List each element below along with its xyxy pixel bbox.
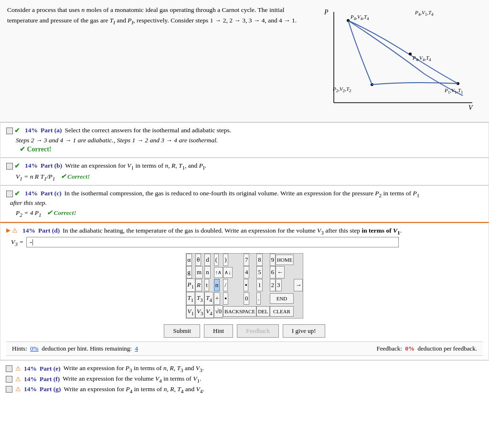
key-6[interactable]: 6 [270,266,276,278]
keyboard-row-5: V1 V3 V4 √0 BACKSPACE DEL CLEAR [186,305,303,319]
key-theta[interactable]: θ [195,254,201,266]
keyboard-row-3: P1 R t n / ▪ 1 2 3 → [186,278,303,292]
part-b-percent: 14% [25,162,38,170]
give-up-button[interactable]: I give up! [283,324,325,338]
key-superscript[interactable]: ↑∧ [214,267,223,278]
key-v3[interactable]: V3 [195,305,204,319]
hints-count: 4 [135,345,138,352]
key-del[interactable]: DEL [256,306,269,317]
part-c-section: ✔ 14% Part (c) In the isothermal compres… [0,185,489,222]
part-f-row: ⚠ 14% Part (f) Write an expression for t… [6,375,483,384]
problem-text: Consider a process that uses n moles of … [7,5,310,117]
part-d-header: ▶ ⚠ 14% Part (d) In the adiabatic heatin… [6,227,483,235]
part-c-header: ✔ 14% Part (c) In the isothermal compres… [6,190,483,198]
hints-text: deduction per hint. Hints remaining: [42,345,132,352]
key-t1[interactable]: T1 [186,292,195,305]
part-b-question: Write an expression for V1 in terms of n… [65,162,483,171]
part-a-section: ✔ 14% Part (a) Select the correct answer… [0,122,489,158]
key-4[interactable]: 4 [244,266,250,278]
part-c-icon-square [6,191,13,197]
part-d-answer-label: V3 = [11,238,23,247]
key-t4[interactable]: T4 [204,292,213,305]
key-5[interactable]: 5 [256,266,263,278]
key-backspace[interactable]: ← [276,266,285,278]
feedback-text: deduction per feedback. [417,345,477,352]
key-subscript[interactable]: ∧↓ [223,267,233,278]
key-7[interactable]: 7 [244,254,250,266]
part-a-icon-square [6,128,13,134]
submit-button[interactable]: Submit [164,324,200,338]
diagram-container: P V P4,V4,T4 P4,V1,T4 P4,V4,T4 P2,V2,T2 [310,5,482,117]
part-a-name: Part (a) [41,127,62,134]
key-home[interactable]: HOME [276,255,294,265]
key-t3[interactable]: T3 [195,292,204,305]
key-9[interactable]: 9 [270,254,276,266]
label-p1v1t1: P1,V1,T1 [444,87,463,95]
key-close-paren[interactable]: ) [223,254,228,266]
key-0[interactable]: 0 [244,292,250,305]
key-v1[interactable]: V1 [186,305,195,319]
part-d-answer-input[interactable] [26,237,399,247]
key-p1[interactable]: P1 [186,278,195,292]
key-1[interactable]: 1 [256,279,263,291]
part-f-warning: ⚠ [15,375,21,383]
feedback-button[interactable]: Feedback [237,324,279,338]
bottom-parts: ⚠ 14% Part (e) Write an expression for P… [0,360,489,399]
key-sqrt[interactable]: √0 [214,305,223,318]
part-d-question: In the adiabatic heating, the temperatur… [63,227,483,235]
key-m[interactable]: m [195,266,203,278]
part-a-correct: ✔ Correct! [20,146,52,153]
v-axis-label: V [468,104,473,111]
keyboard-container: α θ d ( ) 7 8 9 HOME g m n ↑∧ ∧↓ 4 5 6 ← [139,253,350,319]
label-p4v4t4-mid: P4,V4,T4 [412,55,431,62]
key-n[interactable]: n [204,266,211,278]
key-alpha[interactable]: α [186,254,192,266]
part-d-percent: 14% [22,227,35,235]
key-open-paren[interactable]: ( [214,254,219,266]
key-2[interactable]: 2 [270,279,276,291]
part-d-warning-icon: ⚠ [12,227,18,235]
hints-count-link[interactable]: 4 [135,345,138,352]
part-e-label: Part (e) [40,365,61,373]
key-clear[interactable]: CLEAR [270,306,294,317]
hints-percent-link[interactable]: 0% [30,345,38,352]
part-a-icons: ✔ [6,127,20,135]
key-n-highlighted[interactable]: n [214,279,220,291]
problem-line1: Consider a process that uses n moles of … [7,5,300,26]
part-c-question: In the isothermal compression, the gas i… [64,190,483,198]
part-d-answer-row: V3 = [11,237,483,247]
part-c-answer: P2 = 4 P1 ✔ Correct! [16,209,483,218]
top-section: Consider a process that uses n moles of … [0,0,489,122]
p-axis-label: P [324,9,329,16]
key-end[interactable]: END [270,293,294,304]
part-b-icons: ✔ [6,162,20,170]
key-8[interactable]: 8 [256,254,263,266]
feedback-percent: 0% [405,345,415,352]
key-plus[interactable]: + [214,292,220,305]
key-R[interactable]: R [195,279,202,291]
pv-diagram: P V P4,V4,T4 P4,V1,T4 P4,V4,T4 P2,V2,T2 [315,7,477,117]
part-b-section: ✔ 14% Part (b) Write an expression for V… [0,158,489,185]
key-dot1[interactable]: ▪ [244,279,249,291]
svg-point-3 [409,53,412,55]
part-d-section: ▶ ⚠ 14% Part (d) In the adiabatic heatin… [0,222,489,360]
part-f-percent: 14% [24,375,37,383]
hints-percent: 0% [30,345,38,352]
hints-label: Hints: [12,345,27,352]
part-a-question: Select the correct answers for the isoth… [65,127,483,134]
key-d[interactable]: d [204,254,211,266]
part-a-answer: Steps 2 → 3 and 4 → 1 are adiabatic., St… [16,137,483,144]
key-decimal[interactable]: . [256,292,261,305]
hints-left: Hints: 0% deduction per hint. Hints rema… [12,345,138,352]
key-t[interactable]: t [204,279,209,291]
key-right-arrow[interactable]: → [294,279,303,291]
part-e-icon [6,365,12,372]
key-v4[interactable]: V4 [204,305,213,319]
key-3[interactable]: 3 [276,279,282,291]
hint-button[interactable]: Hint [204,324,233,338]
key-backspace-word[interactable]: BACKSPACE [223,306,256,317]
key-divide[interactable]: / [223,279,228,291]
key-dot2[interactable]: ▪ [223,292,228,305]
part-a-header: ✔ 14% Part (a) Select the correct answer… [6,127,483,135]
key-g[interactable]: g [186,266,192,278]
